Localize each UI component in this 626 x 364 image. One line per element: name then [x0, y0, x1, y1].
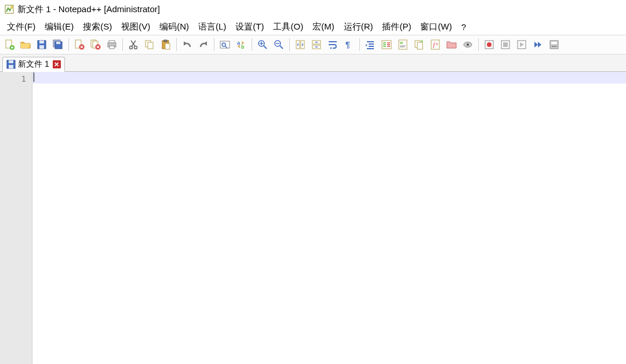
toolbar-wordwrap-icon[interactable] [325, 37, 341, 53]
toolbar-showchars-icon[interactable]: ¶ [341, 37, 357, 53]
svg-text:a: a [237, 40, 241, 46]
menu-language[interactable]: 语言(L) [195, 20, 230, 34]
svg-text:x: x [436, 42, 438, 46]
menu-macro[interactable]: 宏(M) [309, 20, 338, 34]
toolbar-separator [252, 38, 252, 51]
svg-rect-66 [9, 65, 13, 68]
toolbar-redo-icon[interactable] [195, 37, 212, 53]
toolbar-save-icon[interactable] [34, 37, 50, 53]
svg-point-50 [467, 43, 469, 46]
toolbar-cut-icon[interactable] [125, 37, 141, 53]
menu-settings[interactable]: 设置(T) [232, 20, 267, 34]
svg-rect-18 [110, 46, 114, 49]
svg-rect-25 [165, 43, 170, 49]
tab-label: 新文件 1 [18, 59, 49, 70]
titlebar: 新文件 1 - Notepad++ [Administrator] [0, 0, 626, 19]
svg-point-63 [555, 46, 556, 47]
svg-rect-16 [109, 41, 115, 43]
svg-point-61 [552, 46, 553, 47]
toolbar-saveall-icon[interactable] [50, 37, 66, 53]
toolbar-replace-icon[interactable]: ab [233, 37, 249, 53]
toolbar-userlang-icon[interactable] [378, 37, 395, 53]
toolbar-separator [122, 38, 123, 51]
toolbar-indent-icon[interactable] [362, 37, 378, 53]
toolbar-separator [68, 38, 69, 51]
svg-marker-27 [204, 41, 207, 46]
tab-close-icon[interactable]: ✕ [53, 60, 61, 68]
toolbar-monitoring-icon[interactable] [460, 37, 476, 53]
svg-rect-10 [56, 42, 60, 44]
menu-edit[interactable]: 编辑(E) [41, 20, 77, 34]
toolbar-savemacro-icon[interactable] [546, 37, 562, 53]
toolbar-docmap-icon[interactable] [395, 37, 411, 53]
toolbar-sync-v-icon[interactable] [292, 37, 308, 53]
toolbar-paste-icon[interactable] [158, 37, 174, 53]
toolbar-record-icon[interactable] [481, 37, 497, 53]
svg-rect-60 [551, 42, 557, 44]
svg-rect-22 [148, 42, 153, 49]
svg-rect-65 [9, 60, 13, 63]
toolbar-stop-icon[interactable] [497, 37, 514, 53]
toolbar-separator [176, 38, 177, 51]
toolbar-copy-icon[interactable] [141, 37, 158, 53]
toolbar-closeall-icon[interactable] [88, 37, 104, 53]
toolbar-separator [478, 38, 479, 51]
menu-encoding[interactable]: 编码(N) [156, 20, 192, 34]
toolbar-zoomin-icon[interactable] [254, 37, 271, 53]
toolbar-docswitch-icon[interactable] [411, 37, 427, 53]
menu-window[interactable]: 窗口(W) [417, 20, 455, 34]
tab-save-icon [6, 60, 16, 69]
svg-marker-56 [520, 42, 524, 47]
svg-marker-38 [330, 47, 332, 49]
toolbar-playmulti-icon[interactable] [530, 37, 546, 53]
tabbar: 新文件 1 ✕ [0, 54, 626, 72]
text-area[interactable] [32, 72, 626, 364]
line-number: 1 [0, 73, 26, 85]
svg-marker-26 [184, 41, 187, 46]
current-line-highlight [32, 72, 626, 83]
menu-help[interactable]: ? [458, 21, 470, 33]
svg-rect-45 [417, 42, 423, 49]
window-title: 新文件 1 - Notepad++ [Administrator] [17, 4, 160, 15]
svg-rect-24 [164, 40, 167, 42]
svg-rect-54 [503, 42, 508, 47]
toolbar-close-icon[interactable] [71, 37, 88, 53]
menu-file[interactable]: 文件(F) [3, 20, 39, 34]
menu-plugins[interactable]: 插件(P) [378, 20, 414, 34]
editor: 1 [0, 72, 626, 364]
toolbar-play-icon[interactable] [514, 37, 530, 53]
toolbar-print-icon[interactable] [104, 37, 120, 53]
toolbar-zoomout-icon[interactable] [271, 37, 287, 53]
toolbar-funclist-icon[interactable]: fx [427, 37, 443, 53]
caret [34, 72, 34, 82]
svg-marker-40 [366, 44, 367, 46]
toolbar-find-icon[interactable] [217, 37, 233, 53]
app-icon [5, 5, 14, 14]
svg-text:¶: ¶ [345, 40, 350, 49]
svg-marker-58 [538, 42, 541, 48]
toolbar-open-icon[interactable] [17, 37, 34, 53]
toolbar-folder-icon[interactable] [443, 37, 460, 53]
menu-tools[interactable]: 工具(O) [270, 20, 307, 34]
toolbar-separator [214, 38, 214, 51]
toolbar: ab ¶ fx [0, 35, 626, 54]
menu-view[interactable]: 视图(V) [118, 20, 154, 34]
svg-point-19 [130, 46, 133, 49]
line-number-gutter: 1 [0, 72, 32, 364]
menu-search[interactable]: 搜索(S) [79, 20, 115, 34]
toolbar-separator [289, 38, 290, 51]
menubar: 文件(F) 编辑(E) 搜索(S) 视图(V) 编码(N) 语言(L) 设置(T… [0, 19, 626, 35]
svg-rect-1 [10, 6, 13, 9]
document-tab[interactable]: 新文件 1 ✕ [2, 57, 65, 72]
toolbar-new-icon[interactable] [1, 37, 17, 53]
toolbar-undo-icon[interactable] [179, 37, 195, 53]
svg-rect-6 [39, 41, 44, 43]
toolbar-separator [359, 38, 360, 51]
toolbar-sync-h-icon[interactable] [308, 37, 325, 53]
svg-point-52 [487, 42, 492, 47]
svg-point-20 [134, 46, 137, 49]
svg-point-62 [554, 46, 555, 47]
svg-rect-42 [399, 40, 407, 49]
menu-run[interactable]: 运行(R) [340, 20, 377, 34]
svg-marker-57 [534, 42, 538, 48]
